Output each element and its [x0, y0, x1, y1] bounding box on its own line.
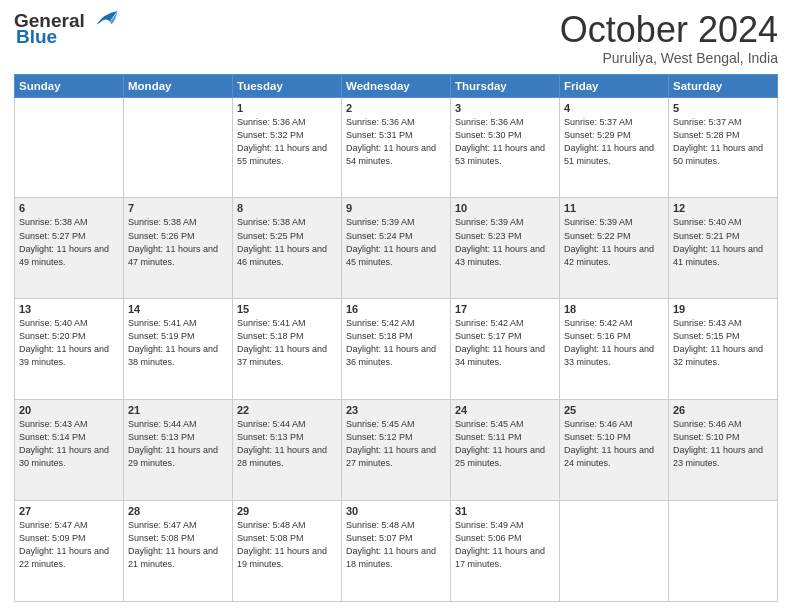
day-info: Sunrise: 5:43 AMSunset: 5:15 PMDaylight:… [673, 317, 773, 369]
calendar-cell: 17Sunrise: 5:42 AMSunset: 5:17 PMDayligh… [451, 299, 560, 400]
calendar-row: 13Sunrise: 5:40 AMSunset: 5:20 PMDayligh… [15, 299, 778, 400]
calendar-cell: 4Sunrise: 5:37 AMSunset: 5:29 PMDaylight… [560, 97, 669, 198]
day-number: 14 [128, 303, 228, 315]
page-container: General Blue October 2024 Puruliya, West… [0, 0, 792, 612]
day-number: 6 [19, 202, 119, 214]
day-number: 7 [128, 202, 228, 214]
day-number: 17 [455, 303, 555, 315]
calendar-cell [560, 501, 669, 602]
day-info: Sunrise: 5:38 AMSunset: 5:27 PMDaylight:… [19, 216, 119, 268]
day-info: Sunrise: 5:48 AMSunset: 5:08 PMDaylight:… [237, 519, 337, 571]
day-number: 9 [346, 202, 446, 214]
calendar-table: SundayMondayTuesdayWednesdayThursdayFrid… [14, 74, 778, 602]
day-info: Sunrise: 5:38 AMSunset: 5:26 PMDaylight:… [128, 216, 228, 268]
day-number: 20 [19, 404, 119, 416]
day-number: 8 [237, 202, 337, 214]
day-number: 21 [128, 404, 228, 416]
day-info: Sunrise: 5:40 AMSunset: 5:20 PMDaylight:… [19, 317, 119, 369]
calendar-cell: 10Sunrise: 5:39 AMSunset: 5:23 PMDayligh… [451, 198, 560, 299]
calendar-cell: 30Sunrise: 5:48 AMSunset: 5:07 PMDayligh… [342, 501, 451, 602]
weekday-header-row: SundayMondayTuesdayWednesdayThursdayFrid… [15, 74, 778, 97]
title-block: October 2024 Puruliya, West Bengal, Indi… [560, 10, 778, 66]
calendar-cell: 18Sunrise: 5:42 AMSunset: 5:16 PMDayligh… [560, 299, 669, 400]
calendar-cell: 29Sunrise: 5:48 AMSunset: 5:08 PMDayligh… [233, 501, 342, 602]
weekday-header-sunday: Sunday [15, 74, 124, 97]
calendar-row: 20Sunrise: 5:43 AMSunset: 5:14 PMDayligh… [15, 400, 778, 501]
weekday-header-tuesday: Tuesday [233, 74, 342, 97]
day-info: Sunrise: 5:45 AMSunset: 5:12 PMDaylight:… [346, 418, 446, 470]
calendar-cell [669, 501, 778, 602]
calendar-cell [15, 97, 124, 198]
day-number: 5 [673, 102, 773, 114]
day-number: 25 [564, 404, 664, 416]
day-info: Sunrise: 5:37 AMSunset: 5:29 PMDaylight:… [564, 116, 664, 168]
day-number: 28 [128, 505, 228, 517]
day-info: Sunrise: 5:42 AMSunset: 5:18 PMDaylight:… [346, 317, 446, 369]
day-info: Sunrise: 5:44 AMSunset: 5:13 PMDaylight:… [237, 418, 337, 470]
day-info: Sunrise: 5:39 AMSunset: 5:24 PMDaylight:… [346, 216, 446, 268]
page-header: General Blue October 2024 Puruliya, West… [14, 10, 778, 66]
calendar-cell: 28Sunrise: 5:47 AMSunset: 5:08 PMDayligh… [124, 501, 233, 602]
day-info: Sunrise: 5:42 AMSunset: 5:17 PMDaylight:… [455, 317, 555, 369]
calendar-cell: 7Sunrise: 5:38 AMSunset: 5:26 PMDaylight… [124, 198, 233, 299]
day-info: Sunrise: 5:49 AMSunset: 5:06 PMDaylight:… [455, 519, 555, 571]
day-number: 29 [237, 505, 337, 517]
day-info: Sunrise: 5:37 AMSunset: 5:28 PMDaylight:… [673, 116, 773, 168]
calendar-row: 27Sunrise: 5:47 AMSunset: 5:09 PMDayligh… [15, 501, 778, 602]
day-number: 18 [564, 303, 664, 315]
day-number: 26 [673, 404, 773, 416]
calendar-cell: 23Sunrise: 5:45 AMSunset: 5:12 PMDayligh… [342, 400, 451, 501]
day-info: Sunrise: 5:41 AMSunset: 5:18 PMDaylight:… [237, 317, 337, 369]
day-number: 24 [455, 404, 555, 416]
day-number: 2 [346, 102, 446, 114]
calendar-cell: 12Sunrise: 5:40 AMSunset: 5:21 PMDayligh… [669, 198, 778, 299]
logo: General Blue [14, 10, 119, 48]
calendar-cell: 27Sunrise: 5:47 AMSunset: 5:09 PMDayligh… [15, 501, 124, 602]
calendar-cell: 2Sunrise: 5:36 AMSunset: 5:31 PMDaylight… [342, 97, 451, 198]
day-info: Sunrise: 5:36 AMSunset: 5:30 PMDaylight:… [455, 116, 555, 168]
month-title: October 2024 [560, 10, 778, 50]
day-number: 19 [673, 303, 773, 315]
day-number: 27 [19, 505, 119, 517]
day-info: Sunrise: 5:39 AMSunset: 5:22 PMDaylight:… [564, 216, 664, 268]
weekday-header-monday: Monday [124, 74, 233, 97]
day-info: Sunrise: 5:44 AMSunset: 5:13 PMDaylight:… [128, 418, 228, 470]
weekday-header-friday: Friday [560, 74, 669, 97]
day-number: 31 [455, 505, 555, 517]
calendar-cell: 16Sunrise: 5:42 AMSunset: 5:18 PMDayligh… [342, 299, 451, 400]
weekday-header-wednesday: Wednesday [342, 74, 451, 97]
calendar-cell: 21Sunrise: 5:44 AMSunset: 5:13 PMDayligh… [124, 400, 233, 501]
day-number: 15 [237, 303, 337, 315]
calendar-cell: 6Sunrise: 5:38 AMSunset: 5:27 PMDaylight… [15, 198, 124, 299]
calendar-cell: 15Sunrise: 5:41 AMSunset: 5:18 PMDayligh… [233, 299, 342, 400]
logo-bird-icon [89, 9, 119, 31]
calendar-cell: 3Sunrise: 5:36 AMSunset: 5:30 PMDaylight… [451, 97, 560, 198]
day-number: 12 [673, 202, 773, 214]
day-info: Sunrise: 5:36 AMSunset: 5:31 PMDaylight:… [346, 116, 446, 168]
calendar-cell: 13Sunrise: 5:40 AMSunset: 5:20 PMDayligh… [15, 299, 124, 400]
calendar-cell: 22Sunrise: 5:44 AMSunset: 5:13 PMDayligh… [233, 400, 342, 501]
day-info: Sunrise: 5:42 AMSunset: 5:16 PMDaylight:… [564, 317, 664, 369]
day-number: 3 [455, 102, 555, 114]
day-info: Sunrise: 5:41 AMSunset: 5:19 PMDaylight:… [128, 317, 228, 369]
location-text: Puruliya, West Bengal, India [560, 50, 778, 66]
calendar-cell: 25Sunrise: 5:46 AMSunset: 5:10 PMDayligh… [560, 400, 669, 501]
calendar-row: 1Sunrise: 5:36 AMSunset: 5:32 PMDaylight… [15, 97, 778, 198]
day-number: 4 [564, 102, 664, 114]
calendar-cell: 20Sunrise: 5:43 AMSunset: 5:14 PMDayligh… [15, 400, 124, 501]
calendar-cell: 19Sunrise: 5:43 AMSunset: 5:15 PMDayligh… [669, 299, 778, 400]
day-number: 23 [346, 404, 446, 416]
calendar-cell: 24Sunrise: 5:45 AMSunset: 5:11 PMDayligh… [451, 400, 560, 501]
calendar-row: 6Sunrise: 5:38 AMSunset: 5:27 PMDaylight… [15, 198, 778, 299]
day-number: 16 [346, 303, 446, 315]
calendar-cell [124, 97, 233, 198]
day-info: Sunrise: 5:46 AMSunset: 5:10 PMDaylight:… [673, 418, 773, 470]
day-number: 13 [19, 303, 119, 315]
day-info: Sunrise: 5:36 AMSunset: 5:32 PMDaylight:… [237, 116, 337, 168]
calendar-cell: 11Sunrise: 5:39 AMSunset: 5:22 PMDayligh… [560, 198, 669, 299]
day-info: Sunrise: 5:45 AMSunset: 5:11 PMDaylight:… [455, 418, 555, 470]
day-info: Sunrise: 5:46 AMSunset: 5:10 PMDaylight:… [564, 418, 664, 470]
day-number: 11 [564, 202, 664, 214]
calendar-cell: 5Sunrise: 5:37 AMSunset: 5:28 PMDaylight… [669, 97, 778, 198]
day-info: Sunrise: 5:39 AMSunset: 5:23 PMDaylight:… [455, 216, 555, 268]
